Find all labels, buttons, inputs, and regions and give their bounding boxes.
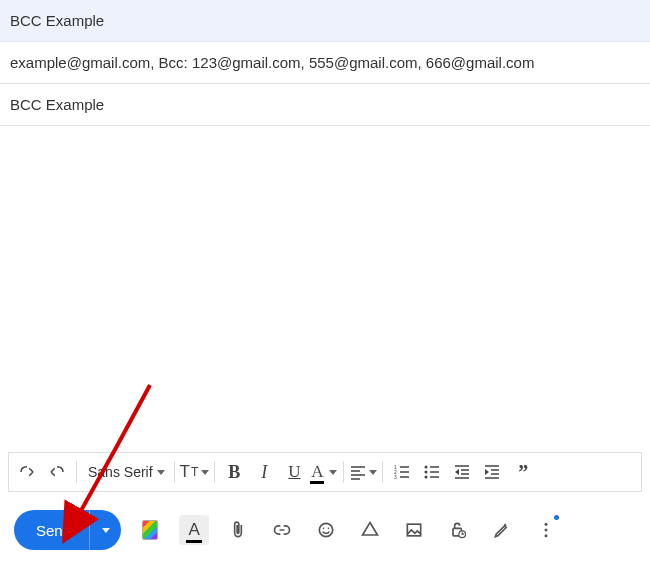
svg-point-3 [425,466,428,469]
link-icon [272,520,292,540]
formatting-toolbar: Sans Serif T T B I U A 123 ” [8,452,642,492]
styles-icon [142,520,158,540]
more-vertical-icon [536,520,556,540]
text-color-button[interactable]: A [310,457,338,487]
pen-icon [492,520,512,540]
format-a-icon: A [188,520,199,540]
more-options-button[interactable] [531,515,561,545]
lock-clock-icon [448,520,468,540]
svg-rect-9 [407,524,420,536]
separator [214,461,215,483]
font-size-button[interactable]: T T [180,457,210,487]
indent-more-icon [484,464,500,480]
compose-subject-header: BCC Example [0,0,650,42]
indent-more-button[interactable] [478,457,506,487]
svg-point-12 [545,523,548,526]
compose-action-bar: Send A [0,498,650,560]
caret-down-icon [369,470,377,475]
text-size-icon: T [180,462,190,482]
separator [174,461,175,483]
send-options-dropdown[interactable] [89,510,121,550]
insert-drive-button[interactable] [355,515,385,545]
bulleted-list-icon [424,464,440,480]
svg-point-13 [545,529,548,532]
separator [76,461,77,483]
image-icon [404,520,424,540]
undo-button[interactable] [13,457,41,487]
indent-less-button[interactable] [448,457,476,487]
paperclip-icon [228,520,248,540]
bold-icon: B [228,462,240,483]
svg-text:3: 3 [394,474,397,480]
font-family-label: Sans Serif [88,464,153,480]
caret-down-icon [102,528,110,533]
recipients-field[interactable]: example@gmail.com, Bcc: 123@gmail.com, 5… [0,42,650,84]
underline-button[interactable]: U [280,457,308,487]
separator [343,461,344,483]
svg-point-7 [323,528,325,530]
text-size-icon-small: T [191,465,198,479]
drive-icon [360,520,380,540]
text-styles-button[interactable] [135,515,165,545]
formatting-options-button[interactable]: A [179,515,209,545]
italic-button[interactable]: I [250,457,278,487]
insert-link-button[interactable] [267,515,297,545]
align-icon [350,464,366,480]
send-button-main[interactable]: Send [14,510,89,550]
caret-down-icon [157,470,165,475]
caret-down-icon [329,470,337,475]
insert-emoji-button[interactable] [311,515,341,545]
quote-icon: ” [518,461,526,484]
font-family-select[interactable]: Sans Serif [82,464,169,480]
message-body[interactable] [0,126,650,446]
numbered-list-icon: 123 [394,464,410,480]
notification-dot [554,515,559,520]
indent-less-icon [454,464,470,480]
attach-file-button[interactable] [223,515,253,545]
svg-point-6 [319,523,332,536]
svg-point-14 [545,534,548,537]
svg-point-8 [328,528,330,530]
subject-field[interactable]: BCC Example [0,84,650,126]
caret-down-icon [201,470,209,475]
align-button[interactable] [349,457,377,487]
insert-image-button[interactable] [399,515,429,545]
subject-header-text: BCC Example [10,12,104,29]
svg-point-5 [425,476,428,479]
svg-point-4 [425,471,428,474]
separator [382,461,383,483]
redo-button[interactable] [43,457,71,487]
underline-icon: U [288,462,300,482]
bulleted-list-button[interactable] [418,457,446,487]
text-color-icon: A [311,462,323,482]
confidential-mode-button[interactable] [443,515,473,545]
send-button-label: Send [36,522,71,539]
quote-button[interactable]: ” [508,457,536,487]
subject-text: BCC Example [10,96,104,113]
emoji-icon [316,520,336,540]
bold-button[interactable]: B [220,457,248,487]
send-button[interactable]: Send [14,510,121,550]
numbered-list-button[interactable]: 123 [388,457,416,487]
recipients-text: example@gmail.com, Bcc: 123@gmail.com, 5… [10,54,534,71]
italic-icon: I [261,462,267,483]
insert-signature-button[interactable] [487,515,517,545]
